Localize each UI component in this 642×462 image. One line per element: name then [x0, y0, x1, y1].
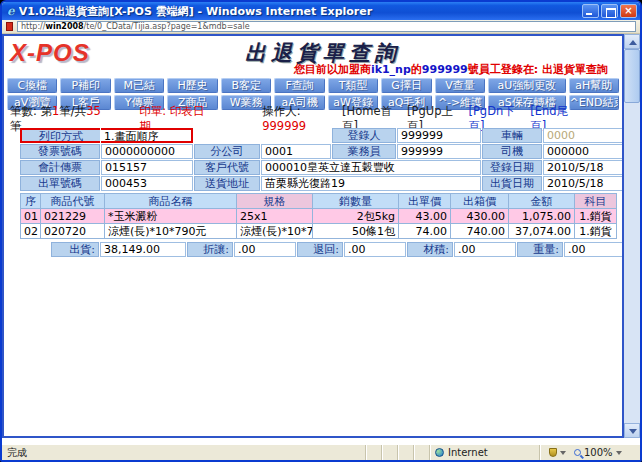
toolbar-button-customer-order[interactable]: B客定 [221, 78, 271, 93]
cell-box-price: 740.00 [451, 224, 509, 239]
cell-spec: 25x1 [237, 209, 313, 224]
toolbar-button-history[interactable]: H歷史 [167, 78, 217, 93]
titlebar: e V1.02出退貨查詢[X-POS 雲端網] - Windows Intern… [2, 2, 640, 20]
count-prefix: 筆數: 第 [10, 104, 52, 118]
url-field[interactable]: http://win2008/te/0_CData/Tijia.asp?page… [17, 21, 636, 32]
close-button[interactable]: × [620, 4, 637, 18]
scroll-thumb[interactable] [624, 49, 640, 103]
cell-qty: 2包5kg [313, 209, 399, 224]
scroll-track[interactable] [624, 103, 640, 423]
customer-label: 客戶代號 [194, 160, 260, 175]
address-bar: http://win2008/te/0_CData/Tijia.asp?page… [2, 20, 640, 34]
col-name: 商品名稱 [105, 194, 237, 209]
toolbar-button-query[interactable]: F查詢 [274, 78, 324, 93]
branch-value: 0001 [261, 144, 331, 159]
order-form: 列印方式 1.畫面順序 登錄人 999999 車輛 0000 發票號碼 0000… [20, 128, 612, 191]
status-spacer [382, 445, 398, 460]
toolbar-row-1: C換檔 P補印 M已結 H歷史 B客定 F查詢 T類型 G擇日 V查量 aU強制… [4, 77, 622, 94]
cell-code: 020720 [41, 224, 105, 239]
window-title: V1.02出退貨查詢[X-POS 雲端網] - Windows Internet… [19, 4, 582, 19]
scroll-up-button[interactable] [624, 34, 640, 49]
table-row[interactable]: 01 021229 *玉米澱粉 25x1 2包5kg 43.00 430.00 … [21, 209, 617, 224]
toolbar-button-help[interactable]: aH幫助 [569, 78, 619, 93]
return-value: .00 [344, 242, 406, 257]
login-label: 登錄人 [332, 128, 396, 143]
cell-unit-price: 74.00 [399, 224, 451, 239]
url-host: win2008 [46, 22, 84, 31]
url-prefix: http:// [21, 22, 46, 31]
voucher-label: 會計傳票 [20, 160, 100, 175]
window-controls: × [582, 4, 637, 18]
zoom-caret-icon[interactable] [616, 451, 622, 455]
notice-mid: 的 [411, 63, 422, 76]
discount-label: 折讓: [187, 242, 233, 257]
col-spec: 規格 [237, 194, 313, 209]
internet-globe-icon [435, 448, 444, 457]
status-spacer [366, 445, 382, 460]
dropdown-caret-icon[interactable] [560, 451, 566, 455]
status-text: 完成 [2, 445, 366, 460]
totals-row: 出貨: 38,149.00 折讓: .00 退回: .00 材積: .00 重量… [20, 242, 612, 257]
ship-total-label: 出貨: [51, 242, 99, 257]
products-header-row: 序 商品代號 商品名稱 規格 銷數量 出單價 出箱價 金額 科目 [21, 194, 617, 209]
xpos-logo: X-POS [10, 39, 180, 67]
maximize-button[interactable] [601, 4, 618, 18]
notice-merchant: ik1_np [371, 63, 411, 76]
vehicle-value: 0000 [543, 128, 623, 143]
col-code: 商品代號 [41, 194, 105, 209]
regdate-value: 2010/5/18 [543, 160, 623, 175]
cell-category: 1.銷貨 [575, 209, 617, 224]
cell-amount: 1,075.00 [509, 209, 575, 224]
col-qty: 銷數量 [313, 194, 399, 209]
regdate-label: 登錄日期 [482, 160, 542, 175]
record-status-line: 筆數: 第1筆/共35筆 印單: 印表日期 操作人: 999999 [Home首… [4, 111, 622, 126]
cell-qty: 50條1包 [313, 224, 399, 239]
total-records: 35 [86, 104, 101, 118]
address-label: 送貨地址 [194, 176, 260, 191]
cell-name: *玉米澱粉 [105, 209, 237, 224]
cell-seq: 01 [21, 209, 41, 224]
toolbar-button-reprint[interactable]: P補印 [60, 78, 110, 93]
invoice-value: 0000000000 [101, 144, 193, 159]
down-arrow-icon [629, 429, 637, 434]
print-mode-value[interactable]: 1.畫面順序 [101, 128, 193, 143]
zoom-control[interactable]: 100% [540, 445, 640, 460]
page-header: X-POS 出退貨單查詢 [4, 36, 622, 63]
col-category: 科目 [575, 194, 617, 209]
volume-value: .00 [454, 242, 516, 257]
cell-category: 1.銷貨 [575, 224, 617, 239]
toolbar-button-pick-date[interactable]: G擇日 [381, 78, 431, 93]
vertical-scrollbar[interactable] [624, 34, 640, 438]
shipdate-label: 出貨日期 [482, 176, 542, 191]
minimize-button[interactable] [582, 4, 599, 18]
table-row[interactable]: 02 020720 涼煙(長)*10*790元 涼煙(長)*10*790元涼煙(… [21, 224, 617, 239]
status-bar: 完成 Internet 100% [2, 444, 640, 460]
notice-prefix: 您目前以加盟商 [294, 63, 371, 76]
scroll-down-button[interactable] [624, 423, 640, 438]
cell-spec: 涼煙(長)*10*790元涼煙(長) [237, 224, 313, 239]
cell-unit-price: 43.00 [399, 209, 451, 224]
invoice-label: 發票號碼 [20, 144, 100, 159]
toolbar-button-force-edit[interactable]: aU強制更改 [488, 78, 565, 93]
toolbar-button-change-file[interactable]: C換檔 [7, 78, 57, 93]
notice-suffix: 號員工登錄在: [468, 63, 542, 76]
status-spacer [398, 445, 414, 460]
discount-value: .00 [234, 242, 296, 257]
toolbar-button-closed[interactable]: M已結 [114, 78, 164, 93]
security-zone: Internet [430, 445, 540, 460]
address-value: 苗栗縣光復路19 [261, 176, 481, 191]
salesman-label: 業務員 [332, 144, 396, 159]
page-content: X-POS 出退貨單查詢 您目前以加盟商ik1_np的999999號員工登錄在:… [2, 34, 624, 438]
branch-label: 分公司 [194, 144, 260, 159]
weight-label: 重量: [517, 242, 563, 257]
form-blank [194, 128, 331, 143]
vehicle-label: 車輛 [482, 128, 542, 143]
browser-viewport: X-POS 出退貨單查詢 您目前以加盟商ik1_np的999999號員工登錄在:… [2, 34, 640, 444]
zone-label: Internet [448, 447, 488, 458]
toolbar-button-check-qty[interactable]: V查量 [435, 78, 485, 93]
shipdate-value: 2010/5/18 [543, 176, 623, 191]
toolbar-button-type[interactable]: T類型 [328, 78, 378, 93]
col-seq: 序 [21, 194, 41, 209]
col-unit-price: 出單價 [399, 194, 451, 209]
protected-mode-icon [549, 448, 557, 457]
